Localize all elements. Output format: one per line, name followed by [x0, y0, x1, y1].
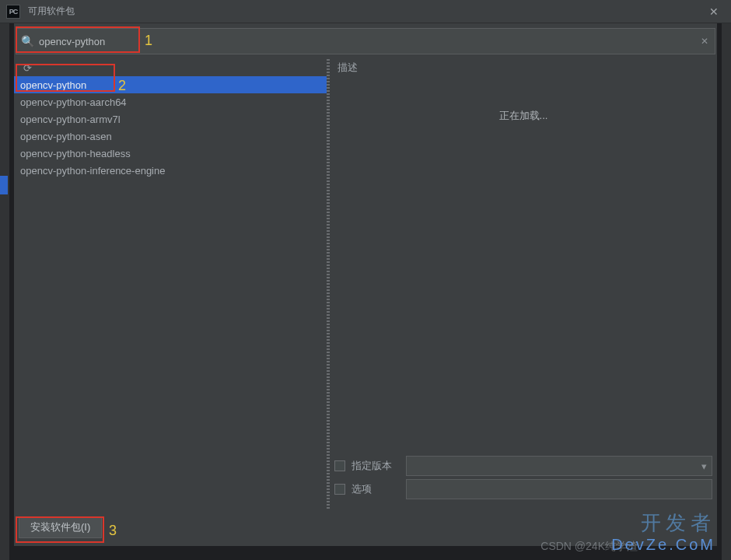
- specify-version-checkbox[interactable]: [334, 460, 345, 471]
- list-item[interactable]: opencv-python: [14, 76, 327, 93]
- install-package-button[interactable]: 安装软件包(I): [19, 516, 102, 538]
- list-item[interactable]: opencv-python-headless: [14, 145, 327, 162]
- clear-search-icon[interactable]: ✕: [701, 36, 708, 47]
- list-item[interactable]: opencv-python-armv7l: [14, 110, 327, 128]
- titlebar: PC 可用软件包 ✕: [0, 0, 731, 23]
- annotation-label-2: 2: [118, 78, 126, 94]
- package-list-pane: ⟳ opencv-python opencv-python-aarch64 op…: [14, 59, 327, 509]
- close-icon[interactable]: ✕: [703, 1, 725, 23]
- options-input[interactable]: [406, 479, 712, 499]
- search-icon: 🔍: [21, 35, 34, 47]
- specify-version-label: 指定版本: [352, 459, 398, 473]
- window-title: 可用软件包: [28, 5, 75, 18]
- search-input[interactable]: [39, 36, 701, 47]
- list-item[interactable]: opencv-python-inference-engine: [14, 162, 327, 179]
- annotation-label-1: 1: [145, 33, 152, 49]
- list-item[interactable]: opencv-python-aarch64: [14, 93, 327, 110]
- options-checkbox[interactable]: [334, 484, 345, 495]
- loading-text: 正在加载...: [330, 76, 717, 448]
- reload-icon[interactable]: ⟳: [23, 62, 32, 74]
- version-select[interactable]: ▾: [406, 456, 712, 476]
- package-list[interactable]: opencv-python opencv-python-aarch64 open…: [14, 76, 327, 509]
- list-item[interactable]: opencv-python-asen: [14, 128, 327, 145]
- available-packages-dialog: 🔍 ✕ ⟳ opencv-python opencv-python-aarch6…: [14, 23, 717, 546]
- description-label: 描述: [330, 59, 717, 76]
- app-icon: PC: [6, 5, 20, 19]
- annotation-label-3: 3: [109, 523, 117, 539]
- options-label: 选项: [352, 482, 398, 496]
- package-detail-pane: 描述 正在加载... 指定版本 ▾ 选项: [330, 59, 717, 509]
- search-field-container: 🔍 ✕: [16, 28, 715, 54]
- chevron-down-icon: ▾: [701, 460, 707, 472]
